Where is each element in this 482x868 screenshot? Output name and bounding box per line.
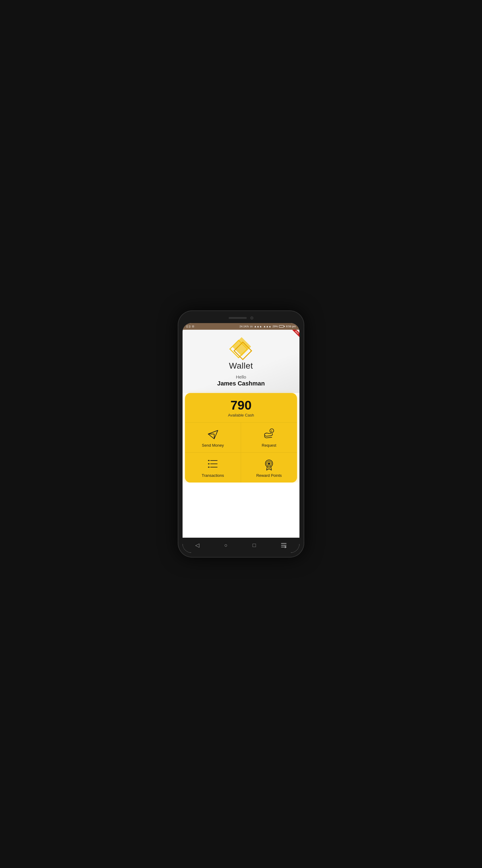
back-button[interactable]: ◁: [192, 541, 203, 550]
battery-body: [279, 325, 284, 328]
balance-label: Available Cash: [190, 413, 292, 417]
logo-diamonds: [229, 337, 253, 361]
send-money-label: Send Money: [202, 443, 224, 447]
send-money-button[interactable]: Send Money: [185, 423, 241, 453]
speaker: [229, 317, 247, 319]
status-bar: ((·)) ⊟ 24.1K/s 2G ▲▲▲ ▲▲▲ 29% 8:56 pm: [183, 323, 299, 330]
spacer: [183, 483, 299, 538]
speed-indicator: 24.1K/s: [239, 325, 249, 328]
signal-bars-1: ▲▲▲: [254, 325, 262, 328]
signal-bars-2: ▲▲▲: [263, 325, 271, 328]
battery-percent: 29%: [272, 325, 278, 328]
transactions-button[interactable]: Transactions: [185, 453, 241, 483]
wifi-icon: ((·)): [186, 325, 191, 328]
status-right: 24.1K/s 2G ▲▲▲ ▲▲▲ 29% 8:56 pm: [239, 325, 296, 328]
balance-section: 790 Available Cash: [185, 393, 297, 423]
reward-points-button[interactable]: Reward Points: [241, 453, 297, 483]
battery-icon: [279, 325, 285, 328]
reward-points-icon: [262, 458, 276, 471]
svg-marker-7: [208, 463, 210, 464]
svg-marker-9: [208, 467, 210, 468]
network-type: 2G: [250, 326, 253, 328]
logo-container: [229, 337, 253, 361]
request-label: Request: [262, 443, 276, 447]
clock: 8:56 pm: [286, 325, 296, 328]
nav-bar: ◁ ○ □: [183, 538, 299, 553]
sim-icon: ⊟: [192, 325, 194, 328]
phone-device: ((·)) ⊟ 24.1K/s 2G ▲▲▲ ▲▲▲ 29% 8:56 pm: [178, 310, 304, 558]
balance-amount: 790: [190, 399, 292, 412]
send-money-icon: [206, 427, 220, 441]
status-left: ((·)) ⊟: [186, 325, 194, 328]
request-icon: $: [262, 427, 276, 441]
transactions-label: Transactions: [202, 473, 224, 478]
phone-top-bar: [183, 315, 299, 321]
menu-button[interactable]: [277, 541, 290, 550]
action-grid: Send Money $: [185, 423, 297, 483]
recent-button[interactable]: □: [249, 541, 260, 550]
request-button[interactable]: $ Request: [241, 423, 297, 453]
svg-marker-13: [267, 461, 271, 465]
phone-screen: ((·)) ⊟ 24.1K/s 2G ▲▲▲ ▲▲▲ 29% 8:56 pm: [183, 323, 299, 553]
reward-points-label: Reward Points: [256, 473, 282, 478]
app-title: Wallet: [229, 361, 253, 371]
wallet-card: 790 Available Cash: [185, 393, 297, 483]
app-content: Wallet Hello James Cashman 790 Available…: [183, 330, 299, 538]
header-section: Wallet Hello James Cashman: [183, 330, 299, 393]
transactions-icon: [206, 458, 220, 471]
home-button[interactable]: ○: [221, 541, 231, 550]
svg-marker-0: [208, 430, 218, 439]
debug-badge: [290, 330, 299, 339]
battery-tip: [284, 326, 285, 327]
camera: [250, 316, 253, 319]
svg-text:$: $: [271, 430, 272, 433]
greeting-hello: Hello: [236, 374, 246, 379]
user-name: James Cashman: [217, 380, 265, 387]
svg-marker-5: [208, 460, 210, 461]
